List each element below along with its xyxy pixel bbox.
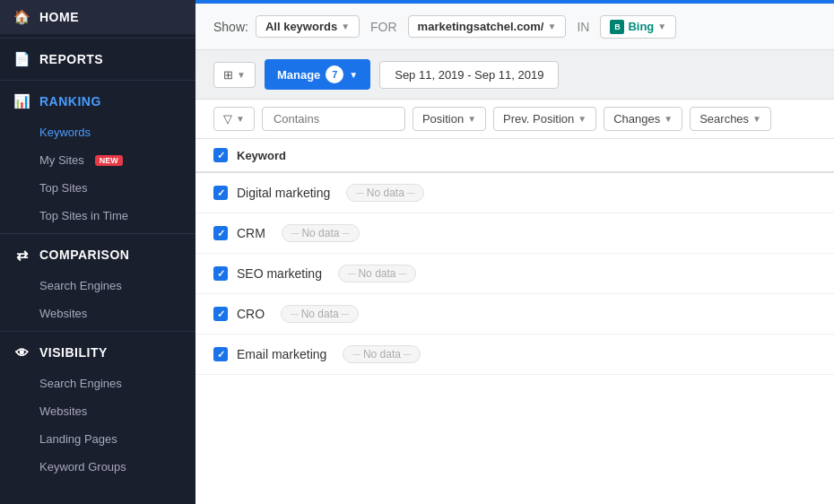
keywords-table: Keyword Digital marketing No data CRM No… [195, 139, 834, 504]
sidebar-sub-keywords[interactable]: Keywords [0, 118, 195, 146]
domain-dropdown[interactable]: marketingsatchel.com/ ▼ [408, 15, 567, 38]
chevron-down-icon: ▼ [341, 22, 350, 31]
chevron-down-icon-10: ▼ [752, 114, 761, 124]
visibility-icon: 👁 [14, 344, 30, 361]
header-checkbox[interactable] [213, 148, 228, 162]
filter-icon: ▽ [223, 112, 232, 126]
no-data-tag: No data [282, 224, 360, 242]
row-checkbox-5[interactable] [213, 347, 228, 361]
chevron-down-icon-2: ▼ [547, 22, 556, 31]
top-bar: Show: All keywords ▼ FOR marketingsatche… [195, 4, 834, 50]
engine-dropdown[interactable]: B Bing ▼ [600, 15, 676, 39]
date-range-button[interactable]: Sep 11, 2019 - Sep 11, 2019 [379, 61, 559, 89]
prev-position-dropdown[interactable]: Prev. Position ▼ [493, 107, 596, 131]
grid-icon: ⊞ [223, 68, 233, 82]
searches-dropdown[interactable]: Searches ▼ [690, 107, 771, 131]
keywords-dropdown[interactable]: All keywords ▼ [256, 15, 360, 38]
keyword-text: CRO [237, 307, 265, 321]
table-row: SEO marketing No data [195, 254, 834, 294]
comparison-icon: ⇄ [14, 247, 30, 263]
filter-bar: ▽ ▼ Position ▼ Prev. Position ▼ Changes … [195, 100, 834, 139]
in-label: IN [577, 20, 589, 34]
sidebar-item-reports[interactable]: 📄 REPORTS [0, 42, 195, 76]
row-checkbox-1[interactable] [213, 186, 228, 200]
sidebar-sub-top-sites-time[interactable]: Top Sites in Time [0, 202, 195, 230]
chevron-down-icon-6: ▼ [236, 114, 245, 124]
sidebar-sub-my-sites[interactable]: My Sites NEW [0, 146, 195, 174]
sidebar-sub-websites-v[interactable]: Websites [0, 397, 195, 425]
table-row: Email marketing No data [195, 335, 834, 375]
bing-icon: B [610, 20, 624, 34]
keyword-text: Email marketing [237, 347, 326, 361]
no-data-tag: No data [338, 265, 416, 282]
table-row: Digital marketing No data [195, 173, 834, 213]
chevron-down-icon-3: ▼ [657, 22, 666, 31]
show-label: Show: [213, 20, 248, 34]
changes-dropdown[interactable]: Changes ▼ [604, 107, 682, 131]
filter-button[interactable]: ▽ ▼ [213, 107, 255, 131]
keyword-text: SEO marketing [237, 266, 322, 281]
contains-input[interactable] [262, 107, 405, 131]
sidebar-sub-websites[interactable]: Websites [0, 300, 195, 327]
chevron-down-icon-7: ▼ [467, 114, 476, 124]
sidebar-item-home[interactable]: 🏠 HOME [0, 0, 195, 34]
table-row: CRM No data [195, 213, 834, 254]
keyword-column-header: Keyword [237, 149, 286, 162]
reports-icon: 📄 [14, 51, 30, 67]
toolbar: ⊞ ▼ Manage 7 ▼ Sep 11, 2019 - Sep 11, 20… [195, 50, 834, 100]
grid-view-button[interactable]: ⊞ ▼ [213, 62, 256, 88]
chevron-down-icon-8: ▼ [578, 114, 586, 124]
sidebar-item-ranking[interactable]: 📊 RANKING [0, 84, 195, 118]
sidebar-item-comparison[interactable]: ⇄ COMPARISON [0, 238, 195, 272]
row-checkbox-2[interactable] [213, 226, 228, 240]
new-badge: NEW [95, 155, 123, 166]
main-content: Show: All keywords ▼ FOR marketingsatche… [195, 0, 834, 504]
chevron-down-icon-5: ▼ [349, 70, 358, 80]
sidebar-sub-search-engines-v[interactable]: Search Engines [0, 369, 195, 397]
home-icon: 🏠 [14, 9, 30, 25]
sidebar-sub-landing-pages[interactable]: Landing Pages [0, 425, 195, 453]
table-row: CRO No data [195, 294, 834, 335]
manage-count-badge: 7 [326, 65, 343, 83]
position-dropdown[interactable]: Position ▼ [413, 107, 486, 131]
row-checkbox-4[interactable] [213, 307, 228, 321]
sidebar-sub-top-sites[interactable]: Top Sites [0, 174, 195, 202]
keyword-text: CRM [237, 226, 265, 240]
no-data-tag: No data [281, 305, 359, 323]
ranking-icon: 📊 [14, 93, 30, 109]
sidebar-item-visibility[interactable]: 👁 VISIBILITY [0, 335, 195, 369]
row-checkbox-3[interactable] [213, 266, 228, 281]
keyword-text: Digital marketing [237, 186, 330, 200]
sidebar-sub-keyword-groups[interactable]: Keyword Groups [0, 453, 195, 481]
chevron-down-icon-4: ▼ [237, 70, 246, 80]
table-header: Keyword [195, 139, 834, 173]
chevron-down-icon-9: ▼ [664, 114, 673, 124]
sidebar-sub-search-engines[interactable]: Search Engines [0, 272, 195, 300]
sidebar: 🏠 HOME 📄 REPORTS 📊 RANKING Keywords My S… [0, 0, 195, 504]
for-label: FOR [370, 20, 397, 34]
no-data-tag: No data [343, 345, 421, 363]
manage-button[interactable]: Manage 7 ▼ [265, 59, 370, 90]
no-data-tag: No data [346, 184, 424, 202]
